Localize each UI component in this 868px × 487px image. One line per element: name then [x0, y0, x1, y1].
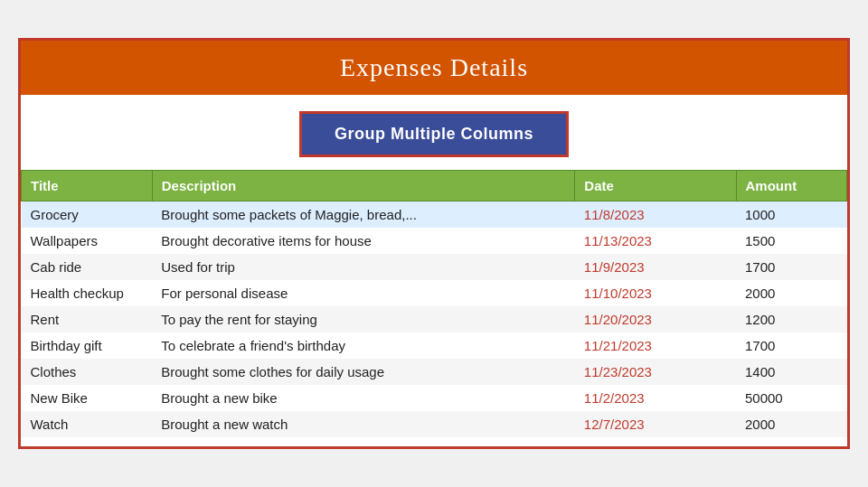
table-row: Cab rideUsed for trip11/9/20231700: [22, 254, 847, 280]
cell-amount: 50000: [736, 385, 847, 411]
table-row: WallpapersBrought decorative items for h…: [22, 228, 847, 254]
table-row: Birthday giftTo celebrate a friend's bir…: [22, 332, 847, 359]
cell-title: Watch: [22, 411, 153, 437]
table-header-row: Title Description Date Amount: [22, 171, 847, 201]
col-header-date: Date: [575, 171, 736, 201]
cell-description: For personal disease: [152, 280, 575, 306]
page-title: Expenses Details: [21, 53, 847, 82]
table-wrapper: Title Description Date Amount GroceryBro…: [21, 170, 847, 446]
cell-title: Wallpapers: [22, 228, 153, 254]
button-row: Group Multiple Columns: [21, 95, 847, 170]
cell-description: Used for trip: [152, 254, 575, 280]
cell-amount: 1700: [736, 254, 847, 280]
cell-date: 11/13/2023: [575, 228, 736, 254]
cell-title: Rent: [22, 306, 153, 332]
cell-title: Cab ride: [22, 254, 153, 280]
cell-amount: 1700: [736, 332, 847, 359]
col-header-title: Title: [22, 171, 153, 201]
cell-amount: 2000: [736, 411, 847, 437]
group-multiple-columns-button[interactable]: Group Multiple Columns: [299, 111, 569, 157]
table-row: New BikeBrought a new bike11/2/202350000: [22, 385, 847, 411]
col-header-description: Description: [152, 171, 575, 201]
main-container: Expenses Details Group Multiple Columns …: [18, 38, 850, 449]
table-row: ClothesBrought some clothes for daily us…: [22, 359, 847, 385]
cell-title: Health checkup: [22, 280, 153, 306]
cell-date: 11/9/2023: [575, 254, 736, 280]
cell-title: Clothes: [22, 359, 153, 385]
cell-date: 11/8/2023: [575, 201, 736, 229]
table-row: Health checkupFor personal disease11/10/…: [22, 280, 847, 306]
cell-description: Brought a new watch: [152, 411, 575, 437]
cell-description: Brought some clothes for daily usage: [152, 359, 575, 385]
cell-description: Brought some packets of Maggie, bread,..…: [152, 201, 575, 229]
cell-date: 11/23/2023: [575, 359, 736, 385]
cell-date: 12/7/2023: [575, 411, 736, 437]
expenses-table: Title Description Date Amount GroceryBro…: [21, 170, 847, 437]
col-header-amount: Amount: [736, 171, 847, 201]
cell-amount: 1400: [736, 359, 847, 385]
cell-description: Brought a new bike: [152, 385, 575, 411]
cell-description: Brought decorative items for house: [152, 228, 575, 254]
table-row: RentTo pay the rent for staying11/20/202…: [22, 306, 847, 332]
cell-date: 11/2/2023: [575, 385, 736, 411]
page-header: Expenses Details: [21, 41, 847, 95]
table-row: GroceryBrought some packets of Maggie, b…: [22, 201, 847, 229]
table-row: WatchBrought a new watch12/7/20232000: [22, 411, 847, 437]
cell-amount: 2000: [736, 280, 847, 306]
cell-description: To pay the rent for staying: [152, 306, 575, 332]
cell-date: 11/10/2023: [575, 280, 736, 306]
cell-date: 11/20/2023: [575, 306, 736, 332]
cell-title: New Bike: [22, 385, 153, 411]
cell-amount: 1000: [736, 201, 847, 229]
cell-amount: 1500: [736, 228, 847, 254]
cell-title: Birthday gift: [22, 332, 153, 359]
cell-amount: 1200: [736, 306, 847, 332]
cell-title: Grocery: [22, 201, 153, 229]
cell-date: 11/21/2023: [575, 332, 736, 359]
cell-description: To celebrate a friend's birthday: [152, 332, 575, 359]
